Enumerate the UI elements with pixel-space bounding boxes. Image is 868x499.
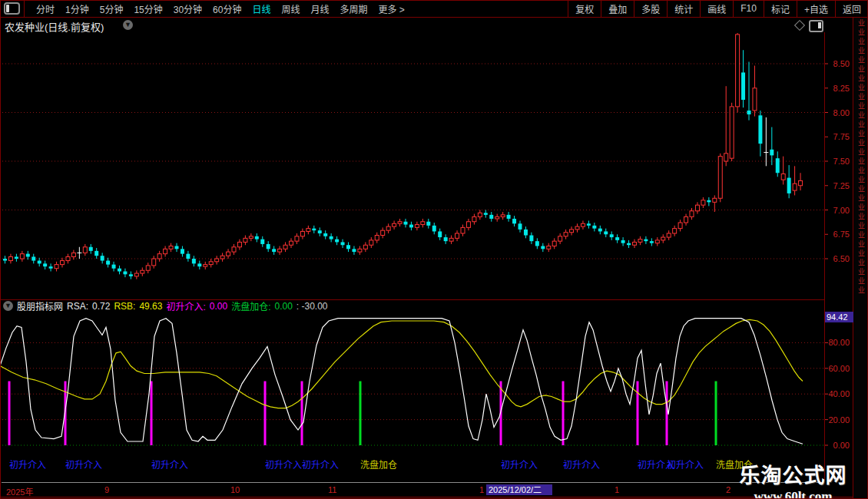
chevron-down-icon[interactable]: ▼ [123, 20, 133, 30]
indicator-tick-label: 0.00 [833, 441, 850, 450]
action-button[interactable]: 统计 [667, 0, 700, 17]
date-label: 11 [328, 485, 336, 494]
action-button[interactable]: 返回 [835, 0, 868, 17]
period-tab[interactable]: 1分钟 [65, 2, 89, 15]
top-toolbar: 分时1分钟5分钟15分钟30分钟60分钟日线周线月线多周期更多 > 复权叠加多股… [0, 0, 868, 18]
panel-toggle-button[interactable] [0, 0, 25, 17]
title-bar: 农发种业(日线.前复权) ▼ [0, 18, 853, 31]
period-tab[interactable]: 周线 [281, 2, 300, 15]
price-tick-label: 7.00 [833, 206, 850, 215]
price-tick-label: 7.25 [833, 181, 850, 190]
selected-date-badge: 2025/12/02/二 [486, 484, 552, 495]
action-button[interactable]: +自选 [797, 0, 835, 17]
period-tab[interactable]: 60分钟 [213, 2, 241, 15]
price-tick-label: 7.50 [833, 157, 850, 166]
period-tab[interactable]: 30分钟 [174, 2, 202, 15]
buy-signal-label: 初升介入 [501, 458, 538, 471]
panel-separator [2, 482, 824, 483]
action-button[interactable]: 画线 [700, 0, 733, 17]
rsa-value: 0.72 [92, 301, 110, 312]
chevron-down-icon[interactable]: ▼ [3, 301, 13, 311]
price-tick-label: 6.75 [833, 230, 850, 239]
indicator-name[interactable]: 股朋指标网 [17, 299, 63, 312]
rsb-label: RSB: [114, 301, 135, 312]
indicator-tick-label: 80.00 [828, 338, 850, 347]
date-axis: 2025/12/02/二 2025年91011112 [0, 484, 853, 497]
buy-label: 初升介入: [166, 299, 205, 312]
action-button[interactable]: 叠加 [601, 0, 634, 17]
price-tick-label: 8.25 [833, 84, 850, 93]
price-tick-label: 8.50 [833, 59, 850, 68]
action-button[interactable]: 多股 [634, 0, 667, 17]
rsa-label: RSA: [67, 301, 88, 312]
wash-value: 0.00 [274, 301, 292, 312]
chart-title: 农发种业(日线.前复权) [5, 19, 104, 34]
indicator-current-value: 94.42 [825, 312, 854, 322]
buy-value: 0.00 [210, 301, 227, 312]
right-sidebar[interactable]: 业业业业业业业业业业业业业业业业业业业业业业业业业业业业业业 [853, 18, 868, 499]
wash-signal-label: 洗盘加仓 [360, 458, 397, 471]
action-buttons: 复权叠加多股统计画线F10标记+自选返回 [568, 0, 868, 17]
action-button[interactable]: 复权 [568, 0, 601, 17]
indicator-axis: 94.42 80.0060.0040.0020.000.00 [825, 299, 853, 481]
date-label: 9 [104, 485, 109, 494]
buy-signal-label: 初升介入 [667, 458, 704, 471]
buy-signal-label: 初升介入 [302, 458, 339, 471]
date-label: 10 [230, 485, 240, 494]
split-window-icon[interactable] [809, 20, 823, 32]
period-tabs: 分时1分钟5分钟15分钟30分钟60分钟日线周线月线多周期更多 > [25, 0, 568, 17]
buy-signal-label: 初升介入 [563, 458, 600, 471]
buy-signal-label: 初升介入 [9, 458, 46, 471]
chart-canvas[interactable] [0, 0, 868, 499]
buy-signal-label: 初升介入 [265, 458, 302, 471]
price-tick-label: 8.00 [833, 108, 850, 117]
action-button[interactable]: 标记 [764, 0, 797, 17]
rsb-value: 49.63 [139, 301, 162, 312]
period-tab[interactable]: 15分钟 [134, 2, 162, 15]
panel-toggle-icon [4, 2, 20, 15]
indicator-tick-label: 40.00 [828, 389, 850, 398]
right-sidebar-vertical-text: 业业业业业业业业业业业业业业业业业业业业业业业业业业业业业业 [856, 19, 866, 296]
date-label: 1 [615, 485, 619, 494]
date-label: 2025年 [6, 485, 33, 497]
buy-signal-label: 初升介入 [151, 458, 188, 471]
period-tab[interactable]: 月线 [311, 2, 330, 15]
period-tab[interactable]: 更多 > [379, 2, 405, 15]
diamond-icon[interactable] [794, 20, 805, 31]
action-button[interactable]: F10 [733, 0, 764, 17]
indicator-header: ▼ 股朋指标网 RSA: 0.72 RSB: 49.63 初升介入: 0.00 … [0, 299, 824, 312]
price-tick-label: 7.75 [833, 132, 850, 141]
buy-signal-label: 初升介入 [65, 458, 102, 471]
period-tab[interactable]: 5分钟 [100, 2, 124, 15]
period-tab[interactable]: 分时 [36, 2, 55, 15]
date-label: 1 [479, 485, 484, 494]
extra-value: : -30.00 [297, 301, 328, 312]
price-tick-label: 6.50 [833, 254, 850, 263]
period-tab[interactable]: 多周期 [340, 2, 368, 15]
indicator-tick-label: 60.00 [828, 364, 850, 373]
indicator-tick-label: 20.00 [828, 415, 850, 425]
price-axis: 8.508.258.007.757.507.257.006.756.50 [825, 32, 853, 299]
period-tab[interactable]: 日线 [252, 2, 270, 15]
wash-label: 洗盘加仓: [231, 299, 270, 312]
wash-signal-label: 洗盘加仓 [716, 458, 753, 471]
date-label: 2 [726, 485, 731, 494]
